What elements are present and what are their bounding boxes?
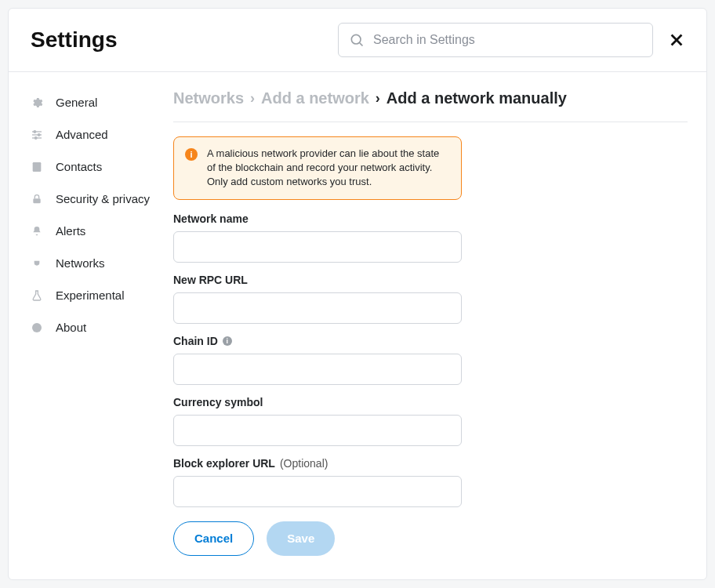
search-wrap [338,23,653,57]
field-currency-symbol: Currency symbol [173,396,462,446]
svg-point-7 [34,130,36,132]
sidebar-item-label: Experimental [56,289,125,302]
sidebar-item-networks[interactable]: Networks [9,247,164,279]
input-currency-symbol[interactable] [173,415,462,446]
cancel-button[interactable]: Cancel [173,521,254,556]
sidebar-item-label: Advanced [56,128,108,141]
label-network-name: Network name [173,212,462,225]
sidebar-item-label: Security & privacy [56,192,150,205]
warning-text: A malicious network provider can lie abo… [207,147,450,190]
breadcrumb-networks[interactable]: Networks [173,89,244,107]
header: Settings [9,9,706,72]
flask-icon [31,289,43,302]
input-rpc-url[interactable] [173,292,462,324]
breadcrumb: Networks › Add a network › Add a network… [173,89,688,122]
sidebar-item-security[interactable]: Security & privacy [9,183,164,215]
bell-icon [31,225,43,238]
label-currency-symbol: Currency symbol [173,396,462,408]
field-chain-id: Chain ID i [173,335,462,385]
input-block-explorer[interactable] [173,476,462,507]
label-optional: (Optional) [280,457,328,470]
sidebar-item-label: Networks [56,256,105,270]
sidebar-item-contacts[interactable]: Contacts [9,151,164,183]
svg-point-0 [351,34,361,44]
label-block-explorer-text: Block explorer URL [173,457,275,470]
sidebar-item-advanced[interactable]: Advanced [9,118,164,151]
warning-banner: i A malicious network provider can lie a… [173,136,462,200]
sidebar: General Advanced Contacts Security & pri… [9,72,164,579]
input-network-name[interactable] [173,231,462,263]
add-network-form: Network name New RPC URL Chain ID i Curr… [173,212,462,556]
sidebar-item-label: Contacts [56,160,102,173]
sidebar-item-about[interactable]: About [9,311,164,343]
sidebar-item-label: Alerts [56,224,85,238]
info-icon [31,321,43,334]
field-rpc-url: New RPC URL [173,274,462,324]
sidebar-item-experimental[interactable]: Experimental [9,279,164,311]
chevron-right-icon: › [376,90,380,107]
svg-line-1 [360,43,363,46]
label-chain-id-text: Chain ID [173,335,218,347]
close-button[interactable] [666,29,688,51]
sidebar-item-alerts[interactable]: Alerts [9,215,164,247]
label-block-explorer: Block explorer URL (Optional) [173,457,462,470]
label-rpc-url: New RPC URL [173,274,462,286]
svg-rect-10 [33,162,42,172]
body: General Advanced Contacts Security & pri… [9,72,706,579]
warning-icon: i [185,148,198,161]
svg-point-9 [34,136,37,139]
label-chain-id: Chain ID i [173,335,462,347]
svg-rect-11 [33,198,40,203]
breadcrumb-current: Add a network manually [387,89,567,107]
gear-icon [31,96,43,109]
search-icon [349,32,365,48]
field-network-name: Network name [173,212,462,263]
svg-point-8 [38,133,40,136]
form-actions: Cancel Save [173,521,462,556]
page-title: Settings [31,27,117,53]
sidebar-item-general[interactable]: General [9,86,164,118]
search-input[interactable] [338,23,653,57]
field-block-explorer: Block explorer URL (Optional) [173,457,462,507]
sidebar-item-label: About [56,321,86,334]
save-button[interactable]: Save [267,521,335,556]
lock-icon [31,193,43,205]
settings-panel: Settings General Advanced [8,8,707,580]
sidebar-item-label: General [56,96,97,109]
contacts-icon [31,161,43,173]
main: Networks › Add a network › Add a network… [164,72,706,579]
svg-point-12 [32,323,42,332]
sliders-icon [31,129,43,141]
input-chain-id[interactable] [173,354,462,385]
breadcrumb-add-network[interactable]: Add a network [261,89,369,107]
plug-icon [31,257,43,270]
info-icon[interactable]: i [223,336,232,346]
chevron-right-icon: › [250,90,255,107]
